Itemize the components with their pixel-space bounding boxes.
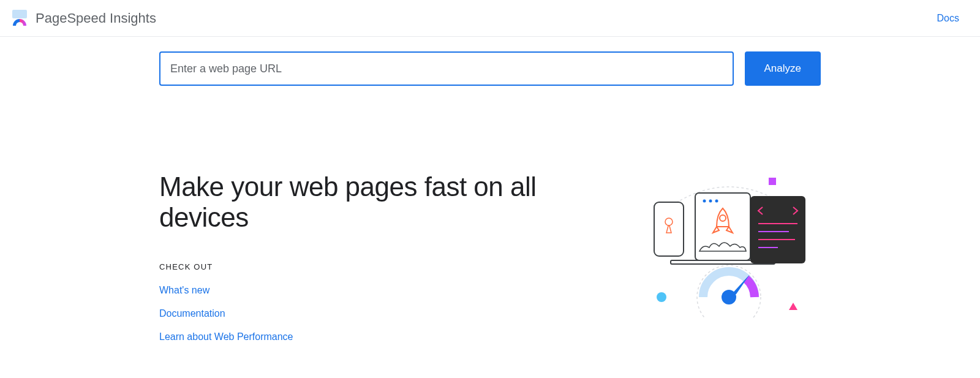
checkout-links: What's new Documentation Learn about Web… [159, 285, 625, 342]
svg-point-2 [665, 218, 673, 225]
svg-rect-0 [769, 178, 776, 185]
main-content: Analyze Make your web pages fast on all … [147, 37, 833, 342]
search-row: Analyze [159, 51, 821, 86]
svg-point-5 [703, 200, 706, 203]
hero-heading: Make your web pages fast on all devices [159, 172, 625, 233]
docs-link[interactable]: Docs [937, 13, 969, 24]
link-documentation[interactable]: Documentation [159, 308, 625, 319]
svg-rect-9 [750, 196, 805, 263]
link-whats-new[interactable]: What's new [159, 285, 625, 296]
header-left: PageSpeed Insights [11, 10, 156, 27]
svg-point-8 [720, 215, 726, 221]
app-title: PageSpeed Insights [36, 10, 156, 26]
pagespeed-logo-icon [11, 10, 28, 27]
svg-point-16 [657, 292, 666, 302]
link-web-performance[interactable]: Learn about Web Performance [159, 331, 625, 342]
app-header: PageSpeed Insights Docs [0, 0, 980, 37]
hero-left: Make your web pages fast on all devices … [159, 172, 625, 342]
hero-section: Make your web pages fast on all devices … [159, 172, 821, 342]
hero-illustration [637, 172, 821, 319]
analyze-button[interactable]: Analyze [745, 51, 821, 86]
devices-illustration-icon [637, 172, 821, 319]
svg-point-6 [709, 200, 712, 203]
url-input[interactable] [159, 51, 734, 86]
checkout-label: CHECK OUT [159, 262, 625, 271]
svg-point-7 [715, 200, 718, 203]
